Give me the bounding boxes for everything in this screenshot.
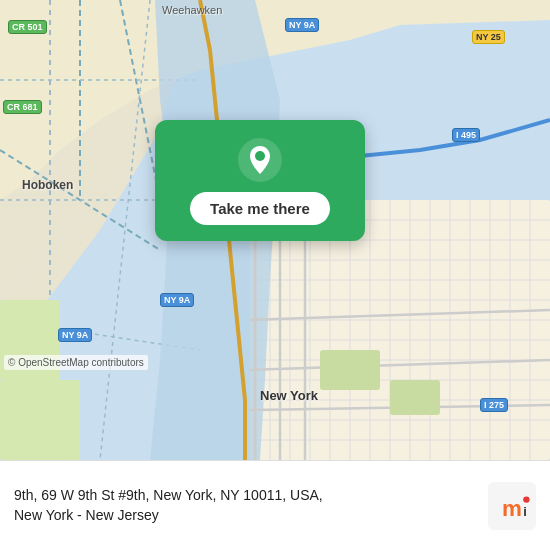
new-york-label: New York	[260, 388, 318, 403]
svg-rect-46	[320, 350, 380, 390]
weehawken-label: Weehawken	[162, 4, 222, 16]
road-label-ny9a-bot2: NY 9A	[58, 328, 92, 342]
moovit-icon: m i	[488, 482, 536, 530]
address-line2: New York - New Jersey	[14, 507, 159, 523]
svg-point-51	[255, 151, 265, 161]
svg-text:i: i	[523, 503, 527, 518]
svg-text:m: m	[502, 495, 522, 520]
svg-rect-47	[390, 380, 440, 415]
svg-rect-48	[0, 380, 80, 460]
take-me-there-card[interactable]: Take me there	[155, 120, 365, 241]
svg-point-54	[523, 496, 529, 502]
road-label-i495: I 495	[452, 128, 480, 142]
road-label-cr681: CR 681	[3, 100, 42, 114]
road-label-cr501: CR 501	[8, 20, 47, 34]
info-bar: 9th, 69 W 9th St #9th, New York, NY 1001…	[0, 460, 550, 550]
road-label-i275: I 275	[480, 398, 508, 412]
road-label-ny9a-top: NY 9A	[285, 18, 319, 32]
take-me-there-button[interactable]: Take me there	[190, 192, 330, 225]
location-pin-icon	[238, 138, 282, 182]
road-label-ny9a-bot1: NY 9A	[160, 293, 194, 307]
map-container: CR 501 NY 9A NY 25 CR 681 NY 9A I 495 NY…	[0, 0, 550, 460]
road-label-ny25: NY 25	[472, 30, 505, 44]
moovit-logo: m i	[488, 482, 536, 530]
address-text: 9th, 69 W 9th St #9th, New York, NY 1001…	[14, 486, 476, 525]
address-line1: 9th, 69 W 9th St #9th, New York, NY 1001…	[14, 487, 323, 503]
copyright-notice: © OpenStreetMap contributors	[4, 355, 148, 370]
hoboken-label: Hoboken	[22, 178, 73, 192]
